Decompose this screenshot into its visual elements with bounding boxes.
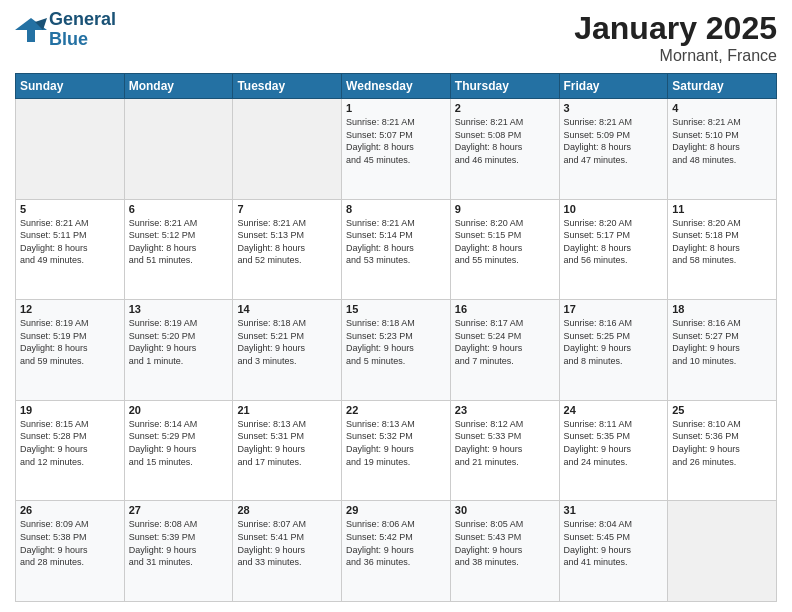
day-number: 3 [564,102,664,114]
calendar-cell [16,99,125,200]
calendar-cell: 1Sunrise: 8:21 AM Sunset: 5:07 PM Daylig… [342,99,451,200]
day-number: 31 [564,504,664,516]
logo-general: General [49,10,116,30]
calendar-cell [668,501,777,602]
day-number: 24 [564,404,664,416]
day-info: Sunrise: 8:10 AM Sunset: 5:36 PM Dayligh… [672,418,772,468]
day-info: Sunrise: 8:19 AM Sunset: 5:20 PM Dayligh… [129,317,229,367]
calendar-cell: 4Sunrise: 8:21 AM Sunset: 5:10 PM Daylig… [668,99,777,200]
day-info: Sunrise: 8:05 AM Sunset: 5:43 PM Dayligh… [455,518,555,568]
day-info: Sunrise: 8:11 AM Sunset: 5:35 PM Dayligh… [564,418,664,468]
header: General Blue January 2025 Mornant, Franc… [15,10,777,65]
day-info: Sunrise: 8:04 AM Sunset: 5:45 PM Dayligh… [564,518,664,568]
calendar-cell: 26Sunrise: 8:09 AM Sunset: 5:38 PM Dayli… [16,501,125,602]
page-title: January 2025 [574,10,777,47]
calendar-cell: 2Sunrise: 8:21 AM Sunset: 5:08 PM Daylig… [450,99,559,200]
day-info: Sunrise: 8:18 AM Sunset: 5:23 PM Dayligh… [346,317,446,367]
day-number: 19 [20,404,120,416]
day-info: Sunrise: 8:21 AM Sunset: 5:08 PM Dayligh… [455,116,555,166]
weekday-header: Thursday [450,74,559,99]
day-number: 28 [237,504,337,516]
weekday-header: Sunday [16,74,125,99]
calendar-week-row: 1Sunrise: 8:21 AM Sunset: 5:07 PM Daylig… [16,99,777,200]
day-info: Sunrise: 8:21 AM Sunset: 5:13 PM Dayligh… [237,217,337,267]
day-info: Sunrise: 8:06 AM Sunset: 5:42 PM Dayligh… [346,518,446,568]
day-info: Sunrise: 8:17 AM Sunset: 5:24 PM Dayligh… [455,317,555,367]
day-number: 11 [672,203,772,215]
calendar-cell: 9Sunrise: 8:20 AM Sunset: 5:15 PM Daylig… [450,199,559,300]
day-number: 14 [237,303,337,315]
calendar-cell: 22Sunrise: 8:13 AM Sunset: 5:32 PM Dayli… [342,400,451,501]
calendar-cell: 6Sunrise: 8:21 AM Sunset: 5:12 PM Daylig… [124,199,233,300]
day-number: 17 [564,303,664,315]
calendar-week-row: 26Sunrise: 8:09 AM Sunset: 5:38 PM Dayli… [16,501,777,602]
day-number: 29 [346,504,446,516]
logo: General Blue [15,10,116,50]
weekday-header: Wednesday [342,74,451,99]
day-info: Sunrise: 8:13 AM Sunset: 5:31 PM Dayligh… [237,418,337,468]
calendar-cell: 15Sunrise: 8:18 AM Sunset: 5:23 PM Dayli… [342,300,451,401]
calendar-cell: 31Sunrise: 8:04 AM Sunset: 5:45 PM Dayli… [559,501,668,602]
calendar-cell: 12Sunrise: 8:19 AM Sunset: 5:19 PM Dayli… [16,300,125,401]
day-number: 7 [237,203,337,215]
day-number: 9 [455,203,555,215]
calendar-cell: 5Sunrise: 8:21 AM Sunset: 5:11 PM Daylig… [16,199,125,300]
day-info: Sunrise: 8:13 AM Sunset: 5:32 PM Dayligh… [346,418,446,468]
calendar-cell: 25Sunrise: 8:10 AM Sunset: 5:36 PM Dayli… [668,400,777,501]
calendar-cell: 24Sunrise: 8:11 AM Sunset: 5:35 PM Dayli… [559,400,668,501]
calendar-week-row: 12Sunrise: 8:19 AM Sunset: 5:19 PM Dayli… [16,300,777,401]
day-info: Sunrise: 8:16 AM Sunset: 5:27 PM Dayligh… [672,317,772,367]
calendar-cell: 28Sunrise: 8:07 AM Sunset: 5:41 PM Dayli… [233,501,342,602]
day-number: 26 [20,504,120,516]
day-info: Sunrise: 8:09 AM Sunset: 5:38 PM Dayligh… [20,518,120,568]
calendar: SundayMondayTuesdayWednesdayThursdayFrid… [15,73,777,602]
day-number: 27 [129,504,229,516]
day-info: Sunrise: 8:18 AM Sunset: 5:21 PM Dayligh… [237,317,337,367]
calendar-cell: 23Sunrise: 8:12 AM Sunset: 5:33 PM Dayli… [450,400,559,501]
page-subtitle: Mornant, France [574,47,777,65]
calendar-cell: 16Sunrise: 8:17 AM Sunset: 5:24 PM Dayli… [450,300,559,401]
calendar-cell [124,99,233,200]
calendar-cell: 13Sunrise: 8:19 AM Sunset: 5:20 PM Dayli… [124,300,233,401]
day-number: 23 [455,404,555,416]
day-number: 20 [129,404,229,416]
day-number: 1 [346,102,446,114]
day-info: Sunrise: 8:16 AM Sunset: 5:25 PM Dayligh… [564,317,664,367]
weekday-header: Tuesday [233,74,342,99]
day-info: Sunrise: 8:21 AM Sunset: 5:09 PM Dayligh… [564,116,664,166]
calendar-cell: 3Sunrise: 8:21 AM Sunset: 5:09 PM Daylig… [559,99,668,200]
day-info: Sunrise: 8:14 AM Sunset: 5:29 PM Dayligh… [129,418,229,468]
calendar-week-row: 5Sunrise: 8:21 AM Sunset: 5:11 PM Daylig… [16,199,777,300]
calendar-cell: 14Sunrise: 8:18 AM Sunset: 5:21 PM Dayli… [233,300,342,401]
calendar-cell: 21Sunrise: 8:13 AM Sunset: 5:31 PM Dayli… [233,400,342,501]
logo-icon [15,16,47,44]
day-number: 25 [672,404,772,416]
day-info: Sunrise: 8:12 AM Sunset: 5:33 PM Dayligh… [455,418,555,468]
day-number: 2 [455,102,555,114]
day-info: Sunrise: 8:20 AM Sunset: 5:15 PM Dayligh… [455,217,555,267]
day-number: 30 [455,504,555,516]
day-number: 12 [20,303,120,315]
day-info: Sunrise: 8:07 AM Sunset: 5:41 PM Dayligh… [237,518,337,568]
day-info: Sunrise: 8:21 AM Sunset: 5:12 PM Dayligh… [129,217,229,267]
weekday-header: Friday [559,74,668,99]
calendar-cell [233,99,342,200]
calendar-cell: 27Sunrise: 8:08 AM Sunset: 5:39 PM Dayli… [124,501,233,602]
logo-blue: Blue [49,30,116,50]
day-info: Sunrise: 8:21 AM Sunset: 5:07 PM Dayligh… [346,116,446,166]
calendar-cell: 18Sunrise: 8:16 AM Sunset: 5:27 PM Dayli… [668,300,777,401]
day-info: Sunrise: 8:21 AM Sunset: 5:14 PM Dayligh… [346,217,446,267]
day-number: 10 [564,203,664,215]
day-info: Sunrise: 8:20 AM Sunset: 5:18 PM Dayligh… [672,217,772,267]
day-number: 4 [672,102,772,114]
day-info: Sunrise: 8:08 AM Sunset: 5:39 PM Dayligh… [129,518,229,568]
day-number: 18 [672,303,772,315]
day-info: Sunrise: 8:20 AM Sunset: 5:17 PM Dayligh… [564,217,664,267]
day-number: 8 [346,203,446,215]
day-info: Sunrise: 8:21 AM Sunset: 5:10 PM Dayligh… [672,116,772,166]
title-block: January 2025 Mornant, France [574,10,777,65]
day-info: Sunrise: 8:21 AM Sunset: 5:11 PM Dayligh… [20,217,120,267]
day-info: Sunrise: 8:15 AM Sunset: 5:28 PM Dayligh… [20,418,120,468]
calendar-cell: 17Sunrise: 8:16 AM Sunset: 5:25 PM Dayli… [559,300,668,401]
weekday-header: Saturday [668,74,777,99]
